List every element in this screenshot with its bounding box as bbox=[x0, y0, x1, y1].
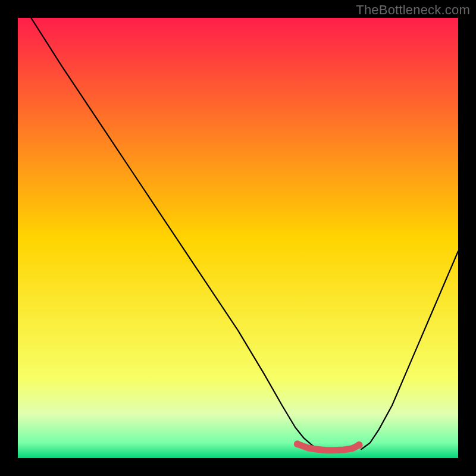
right-red-dot bbox=[356, 441, 363, 449]
chart-container: TheBottleneck.com bbox=[0, 0, 476, 476]
left-red-dot bbox=[294, 440, 301, 447]
plot-svg bbox=[18, 18, 458, 458]
plot-area bbox=[18, 18, 458, 458]
gradient-background bbox=[18, 18, 458, 458]
watermark-label: TheBottleneck.com bbox=[356, 2, 470, 18]
